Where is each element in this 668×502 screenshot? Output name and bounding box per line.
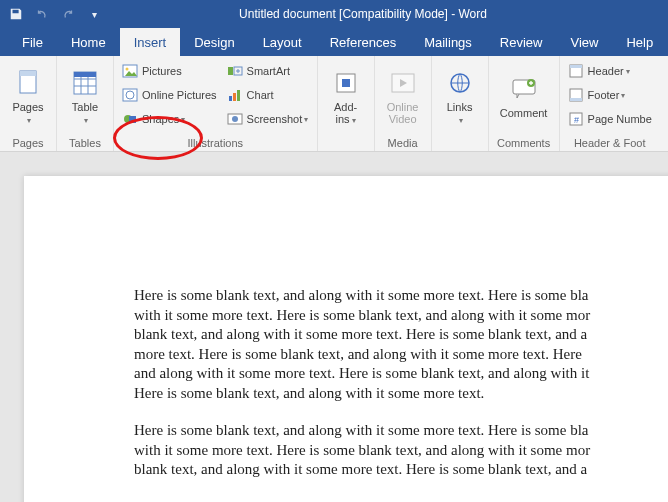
comment-button[interactable]: Comment <box>493 60 555 132</box>
smartart-button[interactable]: SmartArt <box>223 60 313 82</box>
online-video-icon <box>387 67 419 99</box>
group-label-tables: Tables <box>61 137 109 151</box>
svg-rect-13 <box>229 96 232 101</box>
chevron-down-icon: ▾ <box>304 115 308 124</box>
document-area[interactable]: Here is some blank text, and along with … <box>0 152 668 502</box>
addins-icon <box>330 67 362 99</box>
chevron-down-icon: ▾ <box>459 116 463 125</box>
chevron-down-icon: ▾ <box>84 116 88 125</box>
tab-review[interactable]: Review <box>486 28 557 56</box>
document-page[interactable]: Here is some blank text, and along with … <box>24 176 668 502</box>
group-label-headerfooter: Header & Foot <box>564 137 656 151</box>
header-button[interactable]: Header▾ <box>564 60 656 82</box>
links-icon <box>444 67 476 99</box>
chevron-down-icon: ▾ <box>181 115 185 124</box>
group-label-addins <box>322 149 370 151</box>
comment-icon <box>508 73 540 105</box>
svg-rect-4 <box>74 72 96 77</box>
redo-button[interactable] <box>58 4 78 24</box>
smartart-label: SmartArt <box>247 65 290 77</box>
paragraph: Here is some blank text, and along with … <box>134 421 668 480</box>
svg-rect-10 <box>129 116 136 123</box>
tab-view[interactable]: View <box>556 28 612 56</box>
tab-insert[interactable]: Insert <box>120 28 181 56</box>
chevron-down-icon: ▾ <box>621 91 625 100</box>
undo-button[interactable] <box>32 4 52 24</box>
tab-help[interactable]: Help <box>612 28 667 56</box>
table-icon <box>69 67 101 99</box>
qat-customize[interactable]: ▾ <box>84 4 104 24</box>
chart-label: Chart <box>247 89 274 101</box>
text-line: blank text, and along with it some more … <box>134 460 668 480</box>
page-number-icon: # <box>568 111 584 127</box>
ribbon: Pages▾ Pages Table▾ Tables Pictures <box>0 56 668 152</box>
chevron-down-icon: ▾ <box>626 67 630 76</box>
text-line: with it some more text. Here is some bla… <box>134 441 668 461</box>
pictures-label: Pictures <box>142 65 182 77</box>
screenshot-button[interactable]: Screenshot▾ <box>223 108 313 130</box>
table-button[interactable]: Table▾ <box>61 60 109 132</box>
group-links: Links▾ <box>432 56 489 151</box>
header-icon <box>568 63 584 79</box>
svg-point-17 <box>232 116 238 122</box>
group-header-footer: Header▾ Footer▾ # Page Numbe Header & Fo… <box>560 56 660 151</box>
text-line: more text. Here is some blank text, and … <box>134 345 668 365</box>
online-pictures-label: Online Pictures <box>142 89 217 101</box>
header-label: Header <box>588 65 624 77</box>
page-number-button[interactable]: # Page Numbe <box>564 108 656 130</box>
tab-mailings[interactable]: Mailings <box>410 28 486 56</box>
tab-home[interactable]: Home <box>57 28 120 56</box>
svg-rect-2 <box>20 71 36 76</box>
screenshot-label: Screenshot <box>247 113 303 125</box>
tab-references[interactable]: References <box>316 28 410 56</box>
pictures-button[interactable]: Pictures <box>118 60 221 82</box>
shapes-label: Shapes <box>142 113 179 125</box>
page-number-label: Page Numbe <box>588 113 652 125</box>
group-pages: Pages▾ Pages <box>0 56 57 151</box>
svg-point-6 <box>126 68 129 71</box>
group-label-media: Media <box>379 137 427 151</box>
text-line: with it some more text. Here is some bla… <box>134 306 668 326</box>
svg-rect-19 <box>342 79 350 87</box>
chart-icon <box>227 87 243 103</box>
save-button[interactable] <box>6 4 26 24</box>
tab-layout[interactable]: Layout <box>249 28 316 56</box>
pictures-icon <box>122 63 138 79</box>
pages-button[interactable]: Pages▾ <box>4 60 52 132</box>
group-tables: Table▾ Tables <box>57 56 114 151</box>
chevron-down-icon: ▾ <box>27 116 31 125</box>
svg-rect-15 <box>237 90 240 101</box>
text-line: and along with it some more text. Here i… <box>134 364 668 384</box>
shapes-icon <box>122 111 138 127</box>
online-video-button[interactable]: Online Video <box>379 60 427 132</box>
footer-button[interactable]: Footer▾ <box>564 84 656 106</box>
links-button[interactable]: Links▾ <box>436 60 484 132</box>
window-title: Untitled document [Compatibility Mode] -… <box>104 7 662 21</box>
links-label: Links <box>447 101 473 113</box>
addins-button[interactable]: Add-ins▾ <box>322 60 370 132</box>
text-line: Here is some blank text, and along with … <box>134 421 668 441</box>
chevron-down-icon: ▾ <box>352 116 356 125</box>
group-label-illustrations: Illustrations <box>118 137 313 151</box>
footer-icon <box>568 87 584 103</box>
chart-button[interactable]: Chart <box>223 84 313 106</box>
online-video-label: Online Video <box>385 101 421 125</box>
group-illustrations: Pictures Online Pictures Shapes▾ SmartAr… <box>114 56 318 151</box>
svg-rect-25 <box>570 65 582 68</box>
svg-text:#: # <box>574 115 579 125</box>
online-pictures-button[interactable]: Online Pictures <box>118 84 221 106</box>
group-label-comments: Comments <box>493 137 555 151</box>
title-bar: ▾ Untitled document [Compatibility Mode]… <box>0 0 668 28</box>
group-addins: Add-ins▾ <box>318 56 375 151</box>
group-label-links <box>436 149 484 151</box>
group-label-pages: Pages <box>4 137 52 151</box>
tab-file[interactable]: File <box>8 28 57 56</box>
text-line: blank text, and along with it some more … <box>134 325 668 345</box>
tab-design[interactable]: Design <box>180 28 248 56</box>
shapes-button[interactable]: Shapes▾ <box>118 108 221 130</box>
smartart-icon <box>227 63 243 79</box>
ribbon-tabs: File Home Insert Design Layout Reference… <box>0 28 668 56</box>
pages-label: Pages <box>12 101 43 113</box>
screenshot-icon <box>227 111 243 127</box>
comment-label: Comment <box>500 107 548 119</box>
